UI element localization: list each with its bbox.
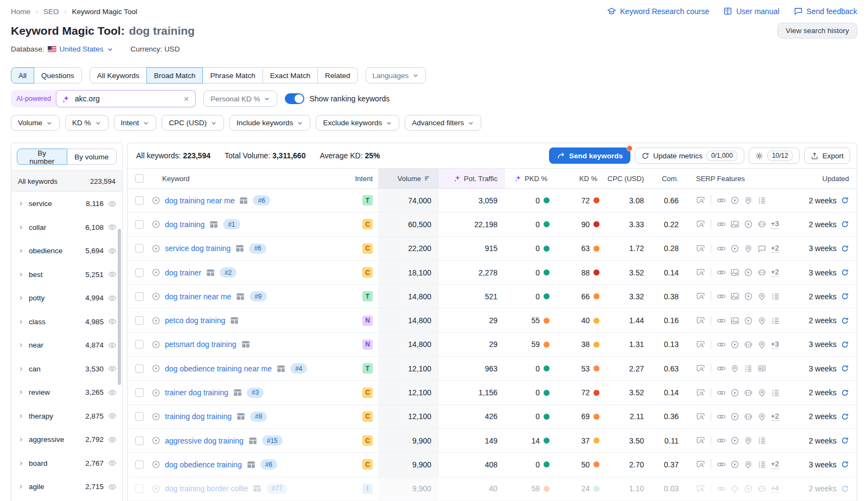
sidebar-tab-by-volume[interactable]: By volume — [67, 149, 117, 165]
sidebar-group-service[interactable]: service 8,116 — [11, 192, 122, 216]
languages-dropdown[interactable]: Languages — [366, 67, 426, 84]
sidebar-group-board[interactable]: board 2,767 — [11, 452, 122, 476]
personal-kd-dropdown[interactable]: Personal KD % — [203, 91, 278, 107]
tab-phrase-match[interactable]: Phrase Match — [202, 67, 263, 84]
serp-snapshot-icon[interactable] — [696, 268, 705, 277]
row-checkbox[interactable] — [135, 460, 144, 469]
search-input[interactable] — [74, 94, 179, 104]
rank-badge[interactable]: #1 — [223, 219, 240, 229]
eye-icon[interactable] — [108, 317, 117, 326]
serp-window-icon[interactable] — [248, 436, 258, 446]
column-header-intent[interactable]: Intent — [347, 169, 378, 188]
sidebar-group-class[interactable]: class 4,985 — [11, 310, 122, 334]
eye-icon[interactable] — [108, 388, 117, 397]
sidebar-group-collar[interactable]: collar 6,108 — [11, 216, 122, 240]
add-keyword-icon[interactable] — [151, 460, 161, 469]
keyword-link[interactable]: service dog training — [165, 244, 231, 253]
rank-badge[interactable]: #3 — [247, 388, 264, 398]
send-feedback-link[interactable]: Send feedback — [794, 7, 857, 16]
user-manual-link[interactable]: User manual — [723, 7, 779, 16]
update-metrics-button[interactable]: Update metrics 0/1,000 — [635, 147, 744, 164]
keyword-research-course-link[interactable]: Keyword Research course — [607, 7, 709, 16]
column-header-pot_traffic[interactable]: Pot. Traffic — [439, 169, 505, 188]
keyword-link[interactable]: dog training border collie — [165, 484, 248, 493]
sidebar-group-obedience[interactable]: obedience 5,694 — [11, 239, 122, 263]
chevron-right-icon[interactable] — [18, 201, 24, 207]
refresh-row-icon[interactable] — [841, 317, 849, 325]
add-keyword-icon[interactable] — [151, 484, 161, 493]
manage-columns-button[interactable]: 10/12 — [749, 147, 800, 164]
refresh-row-icon[interactable] — [841, 245, 849, 253]
rank-badge[interactable]: #6 — [249, 243, 266, 254]
refresh-row-icon[interactable] — [841, 460, 849, 468]
add-keyword-icon[interactable] — [151, 220, 161, 229]
keyword-link[interactable]: trainer dog training — [165, 388, 228, 397]
row-checkbox[interactable] — [135, 316, 144, 325]
serp-window-icon[interactable] — [276, 364, 286, 374]
tab-broad-match[interactable]: Broad Match — [146, 67, 203, 84]
chevron-right-icon[interactable] — [18, 436, 24, 442]
sidebar-group-near[interactable]: near 4,874 — [11, 333, 122, 357]
refresh-row-icon[interactable] — [841, 292, 849, 300]
serp-window-icon[interactable] — [239, 196, 248, 205]
eye-icon[interactable] — [108, 459, 117, 467]
keyword-link[interactable]: dog trainer — [165, 268, 201, 277]
add-keyword-icon[interactable] — [151, 364, 161, 373]
tab-all[interactable]: All — [11, 67, 34, 84]
row-checkbox[interactable] — [135, 292, 144, 301]
row-checkbox[interactable] — [135, 364, 144, 373]
rank-badge[interactable]: #15 — [262, 435, 283, 446]
serp-more-badge[interactable]: +3 — [771, 341, 779, 349]
keyword-link[interactable]: dog obedience training near me — [165, 364, 272, 373]
serp-window-icon[interactable] — [235, 243, 245, 253]
add-keyword-icon[interactable] — [151, 292, 161, 301]
column-header-kd[interactable]: KD % — [555, 169, 605, 188]
show-ranking-keywords-toggle[interactable] — [285, 93, 304, 104]
eye-icon[interactable] — [108, 341, 117, 350]
chevron-right-icon[interactable] — [18, 366, 24, 372]
chevron-right-icon[interactable] — [18, 248, 24, 254]
sidebar-tab-by-number[interactable]: By number — [17, 149, 67, 165]
refresh-row-icon[interactable] — [841, 485, 849, 493]
refresh-row-icon[interactable] — [841, 341, 849, 349]
row-checkbox[interactable] — [135, 244, 144, 253]
column-header-volume[interactable]: Volume — [378, 169, 439, 188]
column-header-serp[interactable]: SERP Features — [686, 169, 793, 188]
chevron-right-icon[interactable] — [18, 413, 24, 419]
keyword-link[interactable]: dog trainer near me — [165, 292, 231, 301]
add-keyword-icon[interactable] — [151, 196, 161, 205]
chevron-right-icon[interactable] — [18, 389, 24, 395]
view-search-history-button[interactable]: View search history — [777, 23, 857, 38]
refresh-row-icon[interactable] — [841, 389, 849, 397]
sidebar-group-can[interactable]: can 3,530 — [11, 357, 122, 381]
serp-snapshot-icon[interactable] — [696, 340, 705, 349]
refresh-row-icon[interactable] — [841, 436, 849, 445]
serp-window-icon[interactable] — [233, 388, 242, 397]
serp-window-icon[interactable] — [235, 292, 245, 301]
export-button[interactable]: Export — [804, 147, 850, 164]
serp-more-badge[interactable]: +4 — [771, 485, 779, 493]
row-checkbox[interactable] — [135, 220, 144, 229]
filter-include-keywords[interactable]: Include keywords — [229, 115, 310, 131]
tab-all-keywords[interactable]: All Keywords — [90, 67, 147, 84]
add-keyword-icon[interactable] — [151, 388, 161, 397]
serp-window-icon[interactable] — [241, 339, 251, 349]
breadcrumb-seo[interactable]: SEO — [43, 8, 59, 16]
row-checkbox[interactable] — [135, 388, 144, 397]
chevron-right-icon[interactable] — [18, 484, 24, 490]
send-keywords-button[interactable]: Send keywords — [549, 147, 630, 164]
sidebar-group-agile[interactable]: agile 2,715 — [11, 475, 122, 499]
serp-more-badge[interactable]: +2 — [771, 245, 779, 253]
database-selector[interactable]: United States — [48, 45, 113, 53]
filter-cpc-usd-[interactable]: CPC (USD) — [162, 115, 224, 131]
select-all-checkbox[interactable] — [135, 174, 144, 183]
filter-advanced-filters[interactable]: Advanced filters — [405, 115, 481, 131]
add-keyword-icon[interactable] — [151, 412, 161, 421]
sidebar-group-potty[interactable]: potty 4,994 — [11, 286, 122, 310]
keyword-link[interactable]: aggressive dog training — [165, 436, 244, 445]
rank-badge[interactable]: #2 — [220, 267, 237, 278]
eye-icon[interactable] — [108, 247, 117, 255]
chevron-right-icon[interactable] — [18, 295, 24, 301]
column-header-updated[interactable]: Updated — [793, 169, 857, 188]
refresh-row-icon[interactable] — [841, 268, 849, 277]
